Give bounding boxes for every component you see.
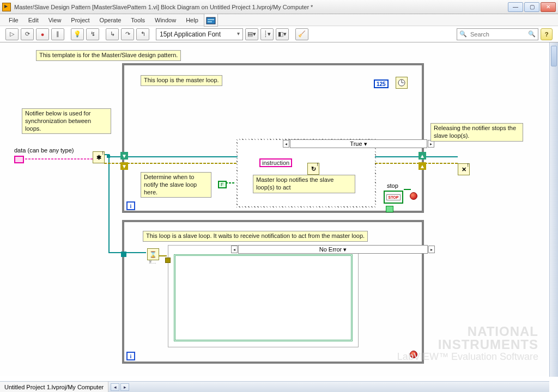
window-title: Master/Slave Design Pattern [MasterSlave… xyxy=(14,4,507,10)
slave-case-prev-button[interactable]: ◂ xyxy=(231,246,238,253)
slave-loop-note: This loop is a slave loop. It waits to r… xyxy=(143,231,368,242)
obtain-notifier-node[interactable]: ✱ ! xyxy=(93,151,105,163)
error-tunnel xyxy=(165,258,171,263)
search-icon: 🔍 xyxy=(459,30,467,38)
step-out-button[interactable]: ↰ xyxy=(136,28,149,40)
toolbar: ▷ ⟳ ● ∥ 💡 ↯ ↳ ↷ ↰ 15pt Application Font … xyxy=(0,26,558,42)
release-notifier-node[interactable]: ✕ ! xyxy=(458,163,470,175)
vertical-scrollbar-thumb[interactable] xyxy=(551,46,557,66)
master-loop-note: This loop is the master loop. xyxy=(141,75,222,86)
stop-label: stop xyxy=(387,182,398,189)
wait-ms-constant[interactable]: 125 xyxy=(374,79,389,88)
master-while-loop[interactable]: This loop is the master loop. 125 ◂ True… xyxy=(122,63,424,213)
menu-operate[interactable]: Operate xyxy=(95,16,126,24)
wait-ms-node[interactable] xyxy=(396,77,408,89)
stop-bool-terminal xyxy=(386,206,393,212)
pause-button[interactable]: ∥ xyxy=(51,28,64,40)
block-diagram-canvas[interactable]: This template is for the Master/Slave de… xyxy=(0,42,547,376)
shift-reg-left-top[interactable]: ▼ xyxy=(120,152,128,160)
shift-reg-left-bottom[interactable]: ▼ xyxy=(120,162,128,170)
svg-rect-5 xyxy=(107,155,110,158)
svg-rect-2 xyxy=(208,21,212,22)
case-selector-label[interactable]: True xyxy=(350,140,362,147)
titlebar: Master/Slave Design Pattern [MasterSlave… xyxy=(0,0,558,14)
shift-reg-right-bottom[interactable]: ▲ xyxy=(418,162,426,170)
search-box[interactable]: 🔍 🔍 xyxy=(457,28,538,40)
slave-case-next-button[interactable]: ▸ xyxy=(428,246,435,253)
reorder-button[interactable]: ◧▾ xyxy=(276,28,289,40)
run-continuous-button[interactable]: ⟳ xyxy=(21,28,34,40)
slave-case-structure[interactable]: ◂ No Error ▾ ▸ xyxy=(168,245,359,347)
minimize-button[interactable]: — xyxy=(508,2,523,12)
shift-reg-right-top[interactable]: ▲ xyxy=(418,152,426,160)
release-note: Releasing the notifier stops the slave l… xyxy=(430,123,523,142)
hscroll-left[interactable]: ◂ xyxy=(111,383,119,391)
slave-while-loop[interactable]: This loop is a slave loop. It waits to r… xyxy=(122,220,424,364)
statusbar: Untitled Project 1.lvproj/My Computer ◂ … xyxy=(0,381,549,392)
vertical-scrollbar[interactable] xyxy=(549,42,558,377)
data-terminal[interactable] xyxy=(14,156,24,163)
labview-appicon xyxy=(2,3,11,11)
step-over-button[interactable]: ↷ xyxy=(121,28,134,40)
align-button[interactable]: ▤▾ xyxy=(245,28,258,40)
slave-inner-structure[interactable] xyxy=(174,254,353,341)
case-prev-button[interactable]: ◂ xyxy=(283,140,289,148)
svg-rect-0 xyxy=(207,17,215,24)
stop-control[interactable]: STOP xyxy=(384,191,403,204)
menu-project[interactable]: Project xyxy=(66,16,94,24)
maximize-button[interactable]: ▢ xyxy=(524,2,539,12)
project-path: Untitled Project 1.lvproj/My Computer xyxy=(0,382,108,392)
menu-edit[interactable]: Edit xyxy=(24,16,43,24)
wait-on-notification-node[interactable]: ⌛ ⧖… xyxy=(147,248,159,260)
data-type-label: data (can be any type) xyxy=(14,147,74,154)
run-button[interactable]: ▷ xyxy=(5,28,19,40)
svg-rect-1 xyxy=(208,19,214,20)
template-note: This template is for the Master/Slave de… xyxy=(36,50,181,61)
send-notification-node[interactable]: ↻ ! xyxy=(307,163,319,175)
loop-iteration-master: i xyxy=(126,201,135,210)
menu-tools[interactable]: Tools xyxy=(126,16,149,24)
instruction-constant[interactable]: instruction xyxy=(259,158,292,167)
retain-values-button[interactable]: ↯ xyxy=(86,28,99,40)
loop-stop-condition[interactable] xyxy=(410,192,417,200)
step-into-button[interactable]: ↳ xyxy=(106,28,119,40)
master-notifies-note: Master loop notifies the slave loop(s) t… xyxy=(253,175,355,193)
false-constant[interactable]: F xyxy=(218,181,227,188)
loop-iteration-slave: i xyxy=(126,352,135,360)
menu-help[interactable]: Help xyxy=(181,16,203,24)
slave-case-selector-label[interactable]: No Error xyxy=(319,246,342,253)
menubar: File Edit View Project Operate Tools Win… xyxy=(0,14,558,26)
notifier-note: Notifier below is used for synchronizati… xyxy=(22,108,111,134)
hscroll-right[interactable]: ▸ xyxy=(120,383,129,391)
cleanup-button[interactable]: 🧹 xyxy=(295,28,308,40)
slave-loop-stop-condition[interactable] xyxy=(410,351,417,358)
stop-control-face: STOP xyxy=(386,194,401,200)
abort-button[interactable]: ● xyxy=(36,28,49,40)
menu-view[interactable]: View xyxy=(44,16,66,24)
notifier-tunnel-slave xyxy=(121,252,126,257)
project-icon[interactable] xyxy=(204,14,218,27)
search-go-icon[interactable]: 🔍 xyxy=(528,30,536,38)
font-selector[interactable]: 15pt Application Font xyxy=(156,28,243,40)
master-case-structure[interactable]: ◂ True ▾ ▸ instruction ↻ ! Master loop n… xyxy=(236,139,376,207)
search-input[interactable] xyxy=(469,30,524,38)
help-button[interactable]: ? xyxy=(541,28,553,40)
distribute-button[interactable]: ┊▾ xyxy=(260,28,274,40)
highlight-execution-button[interactable]: 💡 xyxy=(71,28,84,40)
menu-window[interactable]: Window xyxy=(150,16,180,24)
close-button[interactable]: ✕ xyxy=(541,2,556,12)
menu-file[interactable]: File xyxy=(4,16,23,24)
determine-note: Determine when to notify the slave loop … xyxy=(141,172,211,198)
